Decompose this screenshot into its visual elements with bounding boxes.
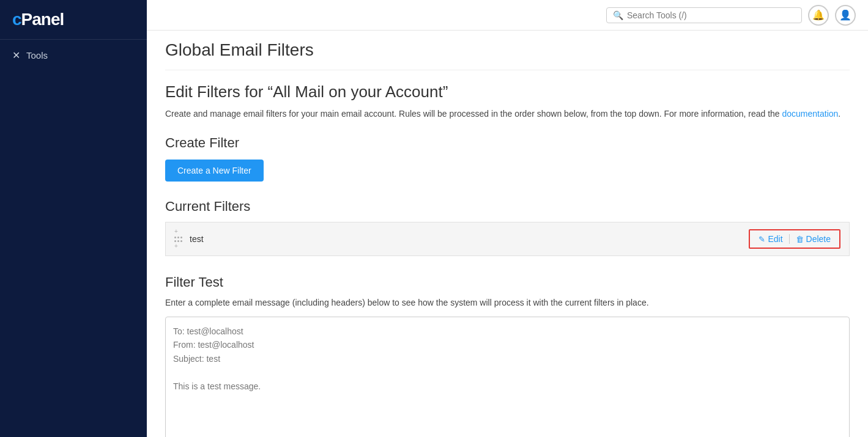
search-icon: 🔍 bbox=[613, 10, 623, 20]
user-account-button[interactable]: 👤 bbox=[835, 5, 856, 26]
edit-filters-heading: Edit Filters for “All Mail on your Accou… bbox=[165, 83, 850, 101]
cpanel-logo: cPanel bbox=[0, 0, 147, 40]
sidebar: cPanel ✕ Tools bbox=[0, 0, 147, 437]
top-bar: 🔍 🔔 👤 bbox=[147, 0, 868, 31]
filter-name: test bbox=[190, 234, 749, 244]
current-filters-section: Current Filters + + test ✎ Edit bbox=[165, 199, 850, 256]
filter-row: + + test ✎ Edit bbox=[165, 222, 850, 256]
trash-icon: 🗑 bbox=[796, 235, 804, 244]
search-input[interactable] bbox=[627, 10, 795, 20]
filter-test-textarea[interactable] bbox=[165, 317, 850, 437]
sidebar-item-tools[interactable]: ✕ Tools bbox=[0, 40, 147, 71]
sidebar-tools-label: Tools bbox=[26, 50, 48, 61]
create-filter-heading: Create Filter bbox=[165, 135, 850, 151]
create-new-filter-button[interactable]: Create a New Filter bbox=[165, 160, 264, 182]
main-content: 🔍 🔔 👤 Global Email Filters Edit Filters … bbox=[147, 0, 868, 437]
documentation-link[interactable]: documentation bbox=[782, 109, 839, 119]
tools-icon: ✕ bbox=[12, 50, 20, 61]
action-divider bbox=[789, 234, 790, 244]
drag-handle[interactable]: + + bbox=[174, 229, 182, 249]
delete-filter-button[interactable]: 🗑 Delete bbox=[792, 233, 834, 245]
filter-action-group: ✎ Edit 🗑 Delete bbox=[749, 229, 840, 249]
content-area: Global Email Filters Edit Filters for “A… bbox=[147, 31, 868, 437]
search-box[interactable]: 🔍 bbox=[606, 7, 802, 23]
create-filter-section: Create Filter Create a New Filter bbox=[165, 135, 850, 182]
pencil-icon: ✎ bbox=[759, 235, 765, 244]
description-text: Create and manage email filters for your… bbox=[165, 108, 850, 120]
filter-test-heading: Filter Test bbox=[165, 274, 850, 290]
current-filters-heading: Current Filters bbox=[165, 199, 850, 215]
edit-filter-button[interactable]: ✎ Edit bbox=[755, 233, 786, 245]
page-partial-title: Global Email Filters bbox=[165, 31, 850, 70]
notifications-button[interactable]: 🔔 bbox=[808, 5, 829, 26]
filter-test-section: Filter Test Enter a complete email messa… bbox=[165, 274, 850, 437]
filter-test-description: Enter a complete email message (includin… bbox=[165, 296, 850, 309]
